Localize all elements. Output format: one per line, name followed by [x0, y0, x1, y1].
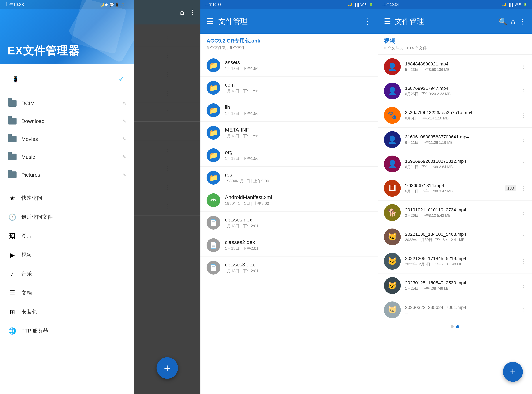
file-item-com[interactable]: 📁 com 1月18日 | 下午1:56 ⋮	[200, 77, 378, 99]
more-icon-v7[interactable]: ⋮	[521, 210, 526, 216]
video-item-5[interactable]: 👤 16966969200168273812.mp4 6月11日 | 下午11:…	[378, 152, 532, 176]
more-icon-lib[interactable]: ⋮	[366, 107, 372, 114]
video-item-7[interactable]: 🐕 20191021_010119_2734.mp4 2月26日 | 下午8:1…	[378, 201, 532, 225]
sidebar-item-download[interactable]: Download ✎	[0, 112, 134, 130]
more-icon-v6[interactable]: ⋮	[521, 185, 526, 191]
p2-item-1[interactable]: ⋮	[134, 27, 200, 46]
sidebar-item-music[interactable]: Music ✎	[0, 148, 134, 166]
file-item-res[interactable]: 📁 res 1980年1月1日 | 上午9:00 ⋮	[200, 166, 378, 189]
more-icon-v9[interactable]: ⋮	[521, 258, 526, 264]
file-item-classes[interactable]: 📄 classes.dex 1月18日 | 下午2:01 ⋮	[200, 212, 378, 234]
more-icon-classes2[interactable]: ⋮	[366, 242, 372, 248]
more-icon-v5[interactable]: ⋮	[521, 161, 526, 167]
p2-item-9[interactable]: ⋮	[134, 178, 200, 197]
video-item-3[interactable]: 🐾 3c3da7f9b13226aea3b7b1b.mp4 8月6日 | 下午5…	[378, 103, 532, 128]
folder-glyph-metainf: 📁	[209, 129, 218, 137]
edit-icon-download[interactable]: ✎	[122, 119, 126, 124]
sidebar-item-images[interactable]: 🖼 图片	[0, 227, 134, 245]
file-name-classes: classes.dex	[225, 217, 362, 223]
sidebar-item-ftp[interactable]: 🌐 FTP 服务器	[0, 321, 134, 340]
video-thumb-10: 🐱	[384, 277, 401, 294]
sidebar-item-music-cat[interactable]: ♪ 音乐	[0, 264, 134, 283]
more-icon-manifest[interactable]: ⋮	[366, 197, 372, 203]
p2-item-2[interactable]: ⋮	[134, 46, 200, 65]
file-item-assets[interactable]: 📁 assets 1月18日 | 下午1:56 ⋮	[200, 54, 378, 77]
p2-item-10[interactable]: ⋮	[134, 197, 200, 216]
home-icon-p2[interactable]: ⌂	[180, 8, 184, 16]
file-meta-org: 1月18日 | 下午1:56	[225, 156, 362, 161]
file-item-manifest[interactable]: </> AndroidManifest.xml 1980年1月1日 | 上午9:…	[200, 189, 378, 212]
p2-item-8[interactable]: ⋮	[134, 159, 200, 178]
more-icon-v11[interactable]: ⋮	[521, 307, 526, 313]
edit-icon-music[interactable]: ✎	[122, 154, 126, 160]
video-item-10[interactable]: 🐱 20230125_160840_2530.mp4 1月25日 | 下午4:0…	[378, 274, 532, 298]
more-icon-v1[interactable]: ⋮	[521, 64, 526, 70]
more-icon-org[interactable]: ⋮	[366, 152, 372, 158]
p2-item-7[interactable]: ⋮	[134, 140, 200, 159]
more-icon-v3[interactable]: ⋮	[521, 112, 526, 118]
more-icon-p3[interactable]: ⋮	[364, 17, 372, 26]
video-item-9[interactable]: 🐱 20221205_171845_5219.mp4 2022年12月5日 | …	[378, 249, 532, 274]
more-icon-v8[interactable]: ⋮	[521, 234, 526, 240]
more-icon-com[interactable]: ⋮	[366, 85, 372, 91]
video-list: 👤 1684848890921.mp4 5月23日 | 下午8:58 136 M…	[378, 55, 532, 394]
file-meta-lib: 1月18日 | 下午1:56	[225, 111, 362, 116]
p2-item-5[interactable]: ⋮	[134, 103, 200, 122]
file-info-classes3: classes3.dex 1月18日 | 下午2:01	[225, 262, 362, 274]
sidebar-item-apk[interactable]: ⊞ 安装包	[0, 302, 134, 321]
add-fab-button-p2[interactable]: +	[156, 357, 178, 379]
video-item-4[interactable]: 👤 316961083835837700641.mp4 6月11日 | 下午11…	[378, 128, 532, 152]
hamburger-icon-p3[interactable]: ☰	[207, 17, 214, 26]
sidebar-item-movies[interactable]: Movies ✎	[0, 130, 134, 148]
sidebar-item-quickaccess[interactable]: ★ 快速访问	[0, 189, 134, 207]
sidebar-item-dcim[interactable]: DCIM ✎	[0, 94, 134, 112]
more-icon-v10[interactable]: ⋮	[521, 282, 526, 289]
video-thumb-9: 🐱	[384, 253, 401, 270]
p2-item-3[interactable]: ⋮	[134, 65, 200, 84]
file-name-org: org	[225, 149, 362, 155]
video-item-11[interactable]: 🐱 20230322_235624_7061.mp4 ... ⋮	[378, 298, 532, 322]
file-item-lib[interactable]: 📁 lib 1月18日 | 下午1:56 ⋮	[200, 99, 378, 122]
sidebar-item-videos[interactable]: ▶ 视频	[0, 245, 134, 264]
video-item-8[interactable]: 🐱 20221130_184106_5468.mp4 2022年11月30日 |…	[378, 225, 532, 249]
search-icon-p4[interactable]: 🔍	[499, 17, 507, 26]
video-info-10: 20230125_160840_2530.mp4 1月25日 | 下午4:08 …	[405, 280, 516, 291]
sidebar-item-docs[interactable]: ☰ 文档	[0, 283, 134, 302]
sidebar-item-recent[interactable]: 🕐 最近访问文件	[0, 207, 134, 227]
xml-icon-manifest: </>	[207, 193, 220, 207]
more-icon-assets[interactable]: ⋮	[366, 62, 372, 68]
video-item-6[interactable]: 🎞 '76365671814.mp4 6月11日 | 下午11:08 3.47 …	[378, 176, 532, 201]
video-item-1[interactable]: 👤 1684848890921.mp4 5月23日 | 下午8:58 136 M…	[378, 55, 532, 79]
home-icon-p4[interactable]: ⌂	[511, 17, 515, 26]
video-name-9: 20221205_171845_5219.mp4	[405, 256, 516, 261]
folder-icon-com: 📁	[207, 81, 220, 95]
edit-icon-pictures[interactable]: ✎	[122, 172, 126, 178]
moon-icon-4: 🌙	[502, 3, 506, 7]
p2-item-4[interactable]: ⋮	[134, 84, 200, 103]
more-icon-v4[interactable]: ⋮	[521, 137, 526, 143]
edit-icon-movies[interactable]: ✎	[122, 136, 126, 142]
more-icon-p2[interactable]: ⋮	[189, 8, 196, 16]
file-item-classes3[interactable]: 📄 classes3.dex 1月18日 | 下午2:01 ⋮	[200, 256, 378, 279]
p2-item-6[interactable]: ⋮	[134, 122, 200, 140]
more-icon-classes3[interactable]: ⋮	[366, 264, 372, 271]
more-icon-p4[interactable]: ⋮	[519, 17, 526, 26]
file-item-org[interactable]: 📁 org 1月18日 | 下午1:56 ⋮	[200, 144, 378, 166]
more-icon-classes[interactable]: ⋮	[366, 219, 372, 226]
more-icon-metainf[interactable]: ⋮	[366, 130, 372, 136]
video-meta-2: 6月25日 | 下午9:20 2.23 MB	[405, 92, 516, 96]
more-icon-v2[interactable]: ⋮	[521, 88, 526, 94]
file-item-metainf[interactable]: 📁 META-INF 1月18日 | 下午1:56 ⋮	[200, 122, 378, 144]
add-fab-button-p4[interactable]: +	[503, 362, 523, 382]
storage-check-icon: ✓	[118, 76, 124, 83]
file-item-classes2[interactable]: 📄 classes2.dex 1月18日 | 下午2:01 ⋮	[200, 234, 378, 256]
hamburger-icon-p4[interactable]: ☰	[384, 17, 391, 26]
edit-icon-dcim[interactable]: ✎	[122, 101, 126, 106]
storage-item[interactable]: 📱 内部存储设备 17.51 GB 没有 496 GB ✓	[5, 69, 129, 90]
video-item-2[interactable]: 👤 1687699217947.mp4 6月25日 | 下午9:20 2.23 …	[378, 79, 532, 103]
sidebar-item-pictures[interactable]: Pictures ✎	[0, 166, 134, 184]
more-icon-res[interactable]: ⋮	[366, 175, 372, 181]
sidebar-header: 上午10:33 🌙 ◉ 💬 📱 🎵 ··· EX文件管理器	[0, 0, 134, 64]
storage-info: 内部存储设备 17.51 GB 没有 496 GB	[25, 73, 115, 85]
file-meta-res: 1980年1月1日 | 上午9:00	[225, 178, 362, 184]
